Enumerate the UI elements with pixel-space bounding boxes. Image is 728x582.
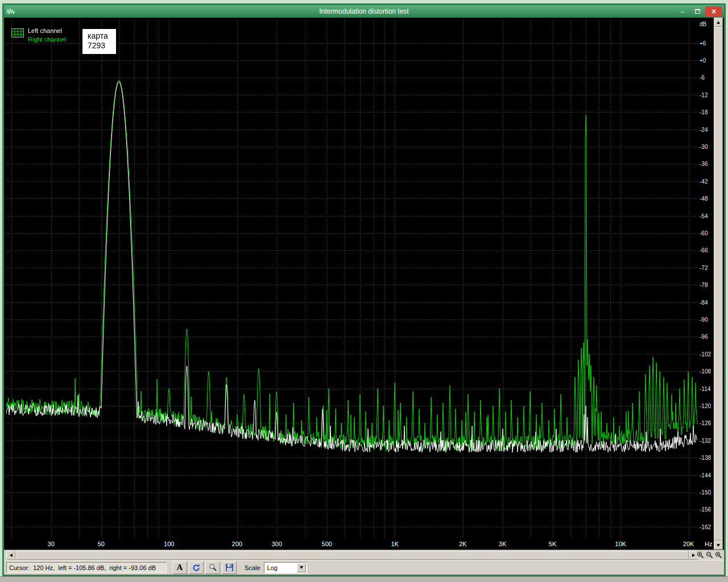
desktop: { "window": { "title": "Intermodulation … xyxy=(0,0,728,582)
y-axis: dB +6+0-6-12-18-24-30-36-42-48-54-60-66-… xyxy=(698,20,714,538)
x-axis-label: 2K xyxy=(459,541,466,547)
x-axis-label: 200 xyxy=(232,541,242,547)
spectrum-plot-canvas[interactable] xyxy=(6,20,698,538)
refresh-button[interactable] xyxy=(189,562,204,574)
y-axis-label: -54 xyxy=(700,213,708,219)
y-axis-label: -48 xyxy=(700,196,708,202)
vertical-scroll-thumb[interactable] xyxy=(714,27,723,541)
y-axis-label: -102 xyxy=(700,351,711,357)
chevron-down-icon xyxy=(300,566,303,569)
scale-select[interactable]: Log xyxy=(264,562,307,573)
y-axis-label: +0 xyxy=(700,57,706,64)
y-axis-label: -90 xyxy=(700,317,708,323)
font-button[interactable]: A xyxy=(172,562,187,574)
refresh-icon xyxy=(192,563,201,572)
window-title: Intermodulation distortion test xyxy=(4,7,724,15)
titlebar[interactable]: Intermodulation distortion test – × xyxy=(4,5,724,18)
x-axis-label: 500 xyxy=(322,541,332,547)
floppy-save-icon xyxy=(225,563,234,572)
grid-table-icon[interactable] xyxy=(11,28,24,38)
y-axis-label: -150 xyxy=(700,489,711,496)
x-axis-label: 50 xyxy=(98,541,105,547)
scale-label: Scale xyxy=(245,564,260,571)
x-axis-label: 20K xyxy=(683,541,694,547)
magnifier-tool-icon xyxy=(209,563,217,572)
y-axis-label: -72 xyxy=(700,265,708,271)
y-axis-label: -126 xyxy=(700,420,711,426)
cursor-readout: Cursor: 120 Hz, left = -105.86 dB, right… xyxy=(6,562,167,573)
scroll-up-button[interactable] xyxy=(714,18,723,27)
x-axis-label: 300 xyxy=(271,541,282,547)
overlay-note: карта 7293 xyxy=(82,29,116,54)
x-axis-label: 10K xyxy=(615,541,626,547)
y-axis-label: -120 xyxy=(700,403,711,409)
scale-select-value: Log xyxy=(267,564,278,571)
legend-labels: Left channel Right channel xyxy=(28,27,66,43)
y-axis-label: -24 xyxy=(700,127,708,133)
zoom-select-button[interactable] xyxy=(714,551,723,559)
status-bar: Cursor: 120 Hz, left = -105.86 dB, right… xyxy=(4,560,724,575)
close-button[interactable]: × xyxy=(705,6,722,16)
scroll-left-button[interactable] xyxy=(6,551,15,560)
waveform-app-icon xyxy=(6,7,15,15)
x-axis-unit: Hz xyxy=(705,541,712,547)
legend-right-channel: Right channel xyxy=(28,36,66,43)
x-axis-label: 100 xyxy=(164,541,174,547)
zoom-in-button[interactable] xyxy=(696,551,705,559)
font-a-icon: A xyxy=(177,563,183,572)
zoom-tool-button[interactable] xyxy=(205,562,220,574)
overlay-note-line2: 7293 xyxy=(88,41,108,51)
client-area: Left channel Right channel карта 7293 dB… xyxy=(4,18,724,575)
zoom-in-icon xyxy=(697,551,704,559)
restore-icon xyxy=(695,9,700,14)
horizontal-scroll-thumb[interactable] xyxy=(15,551,689,560)
zoom-select-icon xyxy=(715,551,722,559)
y-axis-label: -36 xyxy=(700,161,708,167)
x-axis-label: 1K xyxy=(391,541,398,547)
y-axis-label: -42 xyxy=(700,178,708,185)
y-axis-unit: dB xyxy=(700,21,706,27)
right-arrow-icon xyxy=(692,554,695,557)
y-axis-label: -66 xyxy=(700,247,708,253)
save-button[interactable] xyxy=(222,562,237,574)
y-axis-label: -162 xyxy=(700,524,711,530)
y-axis-label: -30 xyxy=(700,144,708,150)
legend-left-channel: Left channel xyxy=(28,27,66,34)
zoom-out-icon xyxy=(706,551,713,559)
horizontal-scrollbar[interactable] xyxy=(6,551,698,560)
window-controls: – × xyxy=(676,6,722,16)
y-axis-label: -18 xyxy=(700,109,708,115)
overlay-note-line1: карта xyxy=(88,31,108,41)
left-arrow-icon xyxy=(10,554,13,557)
y-axis-label: -6 xyxy=(700,74,705,81)
y-axis-label: -114 xyxy=(700,386,710,392)
up-arrow-icon xyxy=(717,21,720,24)
vertical-scrollbar[interactable] xyxy=(714,18,723,550)
y-axis-label: -132 xyxy=(700,438,711,444)
legend: Left channel Right channel xyxy=(11,27,66,43)
x-axis-label: 3K xyxy=(499,541,506,547)
x-axis: Hz 30501002003005001K2K3K5K10K20K xyxy=(4,538,724,550)
y-axis-label: -78 xyxy=(700,282,708,288)
y-axis-label: -12 xyxy=(700,92,708,98)
y-axis-label: -60 xyxy=(700,230,708,236)
y-axis-label: +6 xyxy=(700,40,706,47)
y-axis-label: -108 xyxy=(700,368,711,375)
y-axis-label: -144 xyxy=(700,472,711,479)
minimize-button[interactable]: – xyxy=(676,7,689,16)
zoom-out-button[interactable] xyxy=(705,551,714,559)
dropdown-arrow-button[interactable] xyxy=(297,563,306,572)
bottom-scroll-row xyxy=(4,550,724,560)
y-axis-label: -138 xyxy=(700,455,711,461)
y-axis-label: -96 xyxy=(700,334,708,340)
x-axis-label: 5K xyxy=(549,541,556,547)
y-axis-label: -84 xyxy=(700,300,708,306)
y-axis-label: -156 xyxy=(700,506,711,513)
zoom-button-cluster xyxy=(696,551,723,559)
app-window: Intermodulation distortion test – × Left… xyxy=(2,3,726,576)
maximize-button[interactable] xyxy=(690,7,704,16)
bottom-strip xyxy=(0,576,728,582)
x-axis-label: 30 xyxy=(48,541,55,547)
